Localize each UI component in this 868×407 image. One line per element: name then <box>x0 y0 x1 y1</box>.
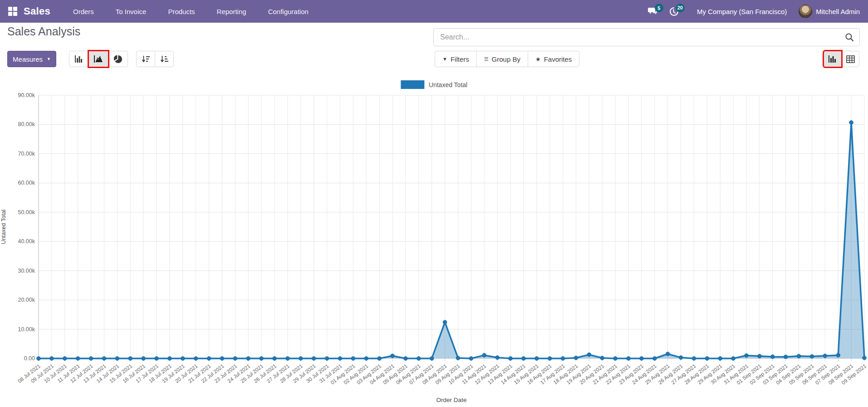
svg-text:30.00k: 30.00k <box>18 268 35 274</box>
pie-chart-icon <box>114 55 123 64</box>
search-facets-group: ▼ Filters ☰ Group By ★ Favorites <box>435 51 579 67</box>
svg-text:70.00k: 70.00k <box>18 151 35 157</box>
navbar-right: 5 20 My Company (San Francisco) Mitchell… <box>647 5 868 18</box>
svg-text:40.00k: 40.00k <box>18 238 35 245</box>
svg-text:10.00k: 10.00k <box>18 326 35 333</box>
filters-button[interactable]: ▼ Filters <box>435 51 477 67</box>
view-switcher-group <box>824 51 859 67</box>
activities-count-badge: 20 <box>676 4 685 12</box>
search-input[interactable] <box>434 33 845 41</box>
main-menu: Orders To Invoice Products Reporting Con… <box>72 1 309 22</box>
svg-text:60.00k: 60.00k <box>18 180 35 186</box>
svg-text:90.00k: 90.00k <box>18 92 35 98</box>
filters-label: Filters <box>451 55 469 63</box>
group-by-label: Group By <box>492 55 520 63</box>
menu-products[interactable]: Products <box>167 1 196 22</box>
measures-label: Measures <box>13 55 43 63</box>
user-menu[interactable]: Mitchell Admin <box>799 5 860 18</box>
star-icon: ★ <box>535 56 541 63</box>
menu-reporting[interactable]: Reporting <box>216 1 247 22</box>
svg-text:0.00: 0.00 <box>24 355 35 362</box>
svg-text:80.00k: 80.00k <box>18 121 35 127</box>
bar-chart-type-button[interactable] <box>69 51 89 67</box>
menu-configuration[interactable]: Configuration <box>267 1 309 22</box>
messages-icon[interactable]: 5 <box>647 7 657 16</box>
sort-desc-icon <box>142 55 150 63</box>
sort-asc-icon <box>160 55 169 63</box>
graph-view-button[interactable] <box>824 51 842 67</box>
sales-analysis-page: Sales Orders To Invoice Products Reporti… <box>0 0 868 407</box>
user-name: Mitchell Admin <box>816 8 860 15</box>
graph-view-icon <box>828 55 837 63</box>
favorites-button[interactable]: ★ Favorites <box>528 51 579 67</box>
menu-orders[interactable]: Orders <box>72 1 95 22</box>
svg-text:Untaxed Total: Untaxed Total <box>0 210 7 244</box>
line-chart-type-button[interactable] <box>88 51 108 67</box>
search-icon[interactable] <box>845 33 854 42</box>
group-by-button[interactable]: ☰ Group By <box>476 51 528 67</box>
filter-icon: ▼ <box>442 56 447 62</box>
activities-clock-icon[interactable]: 20 <box>669 7 679 16</box>
pivot-view-button[interactable] <box>841 51 859 67</box>
messages-count-badge: 5 <box>655 4 663 12</box>
caret-down-icon: ▼ <box>47 57 51 61</box>
page-title: Sales Analysis <box>7 25 80 38</box>
search-bar <box>433 28 860 46</box>
area-chart-icon <box>93 55 103 63</box>
sort-group <box>136 51 174 67</box>
pie-chart-type-button[interactable] <box>108 51 128 67</box>
chart-type-group <box>69 51 128 67</box>
top-navbar: Sales Orders To Invoice Products Reporti… <box>0 0 868 23</box>
avatar <box>799 5 812 18</box>
sort-ascending-button[interactable] <box>155 51 174 67</box>
company-switcher[interactable]: My Company (San Francisco) <box>697 8 787 15</box>
sort-descending-button[interactable] <box>136 51 155 67</box>
pivot-view-icon <box>846 55 855 63</box>
bar-chart-icon <box>74 55 83 63</box>
favorites-label: Favorites <box>544 55 572 63</box>
svg-text:Order Date: Order Date <box>436 397 467 403</box>
app-name[interactable]: Sales <box>24 5 50 17</box>
group-by-icon: ☰ <box>484 56 489 62</box>
menu-to-invoice[interactable]: To Invoice <box>115 1 147 22</box>
area-chart[interactable]: 08 Jul 202109 Jul 202110 Jul 202111 Jul … <box>0 73 868 407</box>
svg-text:50.00k: 50.00k <box>18 209 35 216</box>
apps-menu-icon[interactable] <box>8 7 17 16</box>
svg-text:20.00k: 20.00k <box>18 297 35 303</box>
measures-button[interactable]: Measures ▼ <box>7 51 56 67</box>
